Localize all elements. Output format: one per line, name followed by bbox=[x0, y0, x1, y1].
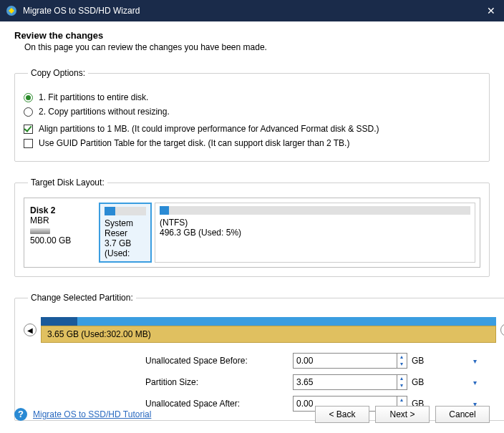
slider-left-button[interactable]: ◀ bbox=[24, 323, 37, 336]
copy-options-legend: Copy Options: bbox=[28, 68, 88, 78]
unit-label: GB bbox=[412, 356, 469, 366]
unalloc-before-input[interactable]: ▴▾ bbox=[293, 353, 407, 369]
partition-ntfs[interactable]: (NTFS) 496.3 GB (Used: 5%) bbox=[155, 203, 475, 263]
checkbox-align-label: Align partitions to 1 MB. (It could impr… bbox=[39, 124, 379, 134]
radio-copy-noresize[interactable] bbox=[24, 107, 33, 117]
back-button[interactable]: < Back bbox=[315, 406, 369, 423]
partition-detail: 3.7 GB (Used: bbox=[105, 238, 146, 258]
spinner-up-icon[interactable]: ▴ bbox=[397, 375, 407, 382]
radio-fit-partitions[interactable] bbox=[24, 93, 33, 102]
change-partition-legend: Change Selected Partition: bbox=[28, 293, 136, 303]
partition-size-input[interactable]: ▴▾ bbox=[293, 374, 407, 390]
disk-size: 500.00 GB bbox=[30, 235, 90, 245]
checkbox-align[interactable] bbox=[24, 125, 33, 134]
unalloc-before-label: Unallocated Space Before: bbox=[145, 356, 289, 366]
partition-size-label: Partition Size: bbox=[145, 377, 289, 387]
slider-right-button[interactable]: ▶ bbox=[500, 323, 504, 336]
partition-label: System Reser bbox=[105, 218, 146, 238]
tutorial-link[interactable]: Migrate OS to SSD/HD Tutorial bbox=[33, 409, 309, 419]
close-icon[interactable]: ✕ bbox=[484, 5, 498, 16]
disk-info: Disk 2 MBR 500.00 GB bbox=[29, 203, 96, 263]
target-layout-legend: Target Disk Layout: bbox=[28, 177, 107, 188]
disk-type: MBR bbox=[30, 215, 90, 225]
slider-summary: 3.65 GB (Used:302.00 MB) bbox=[41, 326, 496, 343]
help-icon[interactable]: ? bbox=[14, 408, 27, 421]
spinner-up-icon[interactable]: ▴ bbox=[397, 354, 407, 361]
page-subheading: On this page you can review the changes … bbox=[24, 42, 490, 52]
spinner-down-icon[interactable]: ▾ bbox=[397, 382, 407, 389]
partition-slider[interactable]: 3.65 GB (Used:302.00 MB) bbox=[41, 317, 496, 343]
unit-dropdown[interactable]: ▾ bbox=[473, 379, 495, 386]
titlebar-text: Migrate OS to SSD/HD Wizard bbox=[23, 6, 484, 16]
cancel-button[interactable]: Cancel bbox=[435, 406, 490, 423]
partition-label: (NTFS) bbox=[160, 218, 470, 228]
radio-fit-label: 1. Fit partitions to entire disk. bbox=[39, 92, 148, 102]
target-layout-group: Target Disk Layout: Disk 2 MBR 500.00 GB… bbox=[14, 177, 490, 277]
unit-label: GB bbox=[412, 377, 469, 387]
unalloc-before-field[interactable] bbox=[294, 354, 397, 368]
unit-dropdown[interactable]: ▾ bbox=[473, 357, 495, 365]
copy-options-group: Copy Options: 1. Fit partitions to entir… bbox=[14, 68, 490, 162]
checkbox-guid-label: Use GUID Partition Table for the target … bbox=[39, 138, 349, 148]
disk-name: Disk 2 bbox=[30, 205, 90, 215]
partition-size-field[interactable] bbox=[294, 375, 397, 389]
next-button[interactable]: Next > bbox=[375, 406, 430, 423]
partition-detail: 496.3 GB (Used: 5%) bbox=[160, 228, 470, 238]
page-heading: Review the changes bbox=[14, 30, 490, 41]
disk-icon bbox=[30, 228, 50, 234]
titlebar: Migrate OS to SSD/HD Wizard ✕ bbox=[0, 0, 504, 21]
checkbox-guid[interactable] bbox=[24, 139, 33, 148]
app-icon bbox=[6, 5, 17, 16]
spinner-down-icon[interactable]: ▾ bbox=[397, 361, 407, 368]
partition-system-reserved[interactable]: System Reser 3.7 GB (Used: bbox=[99, 203, 152, 263]
radio-copy-label: 2. Copy partitions without resizing. bbox=[39, 107, 170, 117]
footer: ? Migrate OS to SSD/HD Tutorial < Back N… bbox=[0, 399, 504, 433]
